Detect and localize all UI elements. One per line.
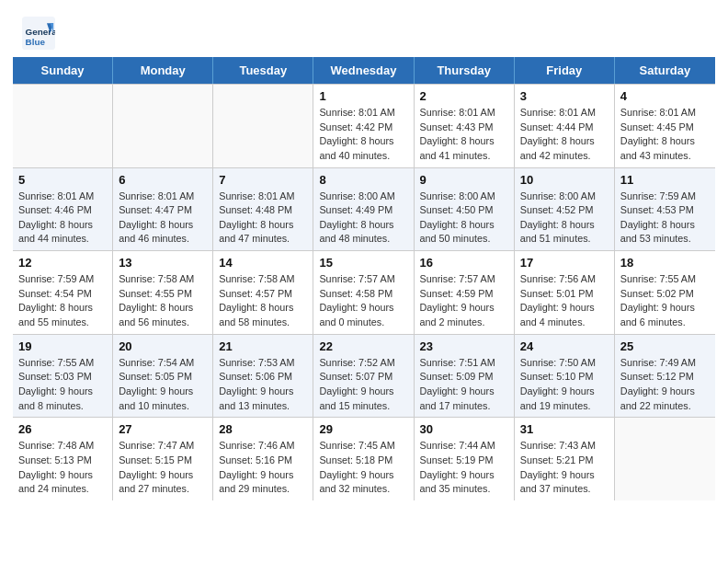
calendar-day-17: 17Sunrise: 7:56 AM Sunset: 5:01 PM Dayli… — [515, 251, 615, 334]
day-detail: Sunrise: 7:57 AM Sunset: 4:59 PM Dayligh… — [420, 272, 508, 330]
day-number: 19 — [18, 339, 107, 353]
calendar-day-29: 29Sunrise: 7:45 AM Sunset: 5:18 PM Dayli… — [313, 418, 414, 500]
calendar-day-empty — [615, 418, 715, 500]
day-detail: Sunrise: 8:00 AM Sunset: 4:49 PM Dayligh… — [319, 190, 407, 247]
day-number: 23 — [420, 339, 508, 353]
calendar-day-12: 12Sunrise: 7:59 AM Sunset: 4:54 PM Dayli… — [13, 251, 113, 334]
calendar-day-19: 19Sunrise: 7:55 AM Sunset: 5:03 PM Dayli… — [13, 335, 113, 418]
day-detail: Sunrise: 7:45 AM Sunset: 5:18 PM Dayligh… — [319, 439, 407, 497]
day-number: 2 — [420, 89, 508, 103]
day-detail: Sunrise: 8:00 AM Sunset: 4:52 PM Dayligh… — [520, 190, 609, 247]
day-number: 30 — [420, 422, 508, 436]
calendar-row-2: 5Sunrise: 8:01 AM Sunset: 4:46 PM Daylig… — [13, 167, 715, 251]
calendar-day-22: 22Sunrise: 7:52 AM Sunset: 5:07 PM Dayli… — [313, 335, 414, 418]
calendar-header: SundayMondayTuesdayWednesdayThursdayFrid… — [13, 57, 715, 84]
calendar-day-27: 27Sunrise: 7:47 AM Sunset: 5:15 PM Dayli… — [113, 418, 213, 500]
calendar-day-16: 16Sunrise: 7:57 AM Sunset: 4:59 PM Dayli… — [415, 251, 515, 334]
calendar-day-6: 6Sunrise: 8:01 AM Sunset: 4:47 PM Daylig… — [113, 168, 213, 251]
day-number: 3 — [520, 89, 609, 103]
calendar-day-2: 2Sunrise: 8:01 AM Sunset: 4:43 PM Daylig… — [415, 85, 515, 167]
calendar-day-14: 14Sunrise: 7:58 AM Sunset: 4:57 PM Dayli… — [213, 251, 313, 334]
day-detail: Sunrise: 7:55 AM Sunset: 5:03 PM Dayligh… — [18, 356, 107, 414]
calendar-day-15: 15Sunrise: 7:57 AM Sunset: 4:58 PM Dayli… — [313, 251, 414, 334]
day-number: 11 — [620, 173, 710, 187]
day-detail: Sunrise: 8:01 AM Sunset: 4:46 PM Dayligh… — [18, 190, 107, 247]
calendar-day-7: 7Sunrise: 8:01 AM Sunset: 4:48 PM Daylig… — [213, 168, 313, 251]
calendar-day-1: 1Sunrise: 8:01 AM Sunset: 4:42 PM Daylig… — [313, 85, 414, 167]
calendar-day-26: 26Sunrise: 7:48 AM Sunset: 5:13 PM Dayli… — [13, 418, 113, 500]
day-detail: Sunrise: 8:00 AM Sunset: 4:50 PM Dayligh… — [420, 190, 508, 247]
day-detail: Sunrise: 7:52 AM Sunset: 5:07 PM Dayligh… — [319, 356, 407, 414]
calendar-day-11: 11Sunrise: 7:59 AM Sunset: 4:53 PM Dayli… — [615, 168, 715, 251]
calendar-day-13: 13Sunrise: 7:58 AM Sunset: 4:55 PM Dayli… — [113, 251, 213, 334]
day-detail: Sunrise: 8:01 AM Sunset: 4:43 PM Dayligh… — [420, 106, 508, 164]
day-number: 1 — [319, 89, 407, 103]
svg-text:Blue: Blue — [26, 37, 46, 47]
calendar-day-28: 28Sunrise: 7:46 AM Sunset: 5:16 PM Dayli… — [213, 418, 313, 500]
day-number: 27 — [119, 422, 207, 436]
weekday-header-saturday: Saturday — [615, 57, 715, 84]
day-detail: Sunrise: 7:58 AM Sunset: 4:55 PM Dayligh… — [119, 272, 207, 330]
day-detail: Sunrise: 7:56 AM Sunset: 5:01 PM Dayligh… — [520, 272, 609, 330]
day-number: 25 — [620, 339, 710, 353]
day-number: 13 — [119, 256, 207, 270]
weekday-header-thursday: Thursday — [415, 57, 515, 84]
day-detail: Sunrise: 7:55 AM Sunset: 5:02 PM Dayligh… — [620, 272, 710, 330]
weekday-header-friday: Friday — [515, 57, 615, 84]
calendar-day-empty — [13, 85, 113, 167]
calendar-day-20: 20Sunrise: 7:54 AM Sunset: 5:05 PM Dayli… — [113, 335, 213, 418]
day-detail: Sunrise: 8:01 AM Sunset: 4:47 PM Dayligh… — [119, 190, 207, 247]
day-detail: Sunrise: 8:01 AM Sunset: 4:44 PM Dayligh… — [520, 106, 609, 164]
day-number: 6 — [119, 173, 207, 187]
calendar-day-30: 30Sunrise: 7:44 AM Sunset: 5:19 PM Dayli… — [415, 418, 515, 500]
calendar-row-3: 12Sunrise: 7:59 AM Sunset: 4:54 PM Dayli… — [13, 250, 715, 334]
calendar-day-empty — [213, 85, 313, 167]
day-number: 24 — [520, 339, 609, 353]
day-detail: Sunrise: 7:50 AM Sunset: 5:10 PM Dayligh… — [520, 356, 609, 414]
day-number: 14 — [219, 256, 307, 270]
logo: General Blue — [22, 17, 61, 50]
calendar-day-8: 8Sunrise: 8:00 AM Sunset: 4:49 PM Daylig… — [313, 168, 414, 251]
day-number: 16 — [420, 256, 508, 270]
weekday-header-wednesday: Wednesday — [313, 57, 414, 84]
day-number: 12 — [18, 256, 107, 270]
day-detail: Sunrise: 7:49 AM Sunset: 5:12 PM Dayligh… — [620, 356, 710, 414]
day-detail: Sunrise: 8:01 AM Sunset: 4:42 PM Dayligh… — [319, 106, 407, 164]
calendar-day-24: 24Sunrise: 7:50 AM Sunset: 5:10 PM Dayli… — [515, 335, 615, 418]
calendar-day-5: 5Sunrise: 8:01 AM Sunset: 4:46 PM Daylig… — [13, 168, 113, 251]
day-number: 10 — [520, 173, 609, 187]
day-number: 22 — [319, 339, 407, 353]
day-detail: Sunrise: 7:47 AM Sunset: 5:15 PM Dayligh… — [119, 439, 207, 497]
calendar-day-18: 18Sunrise: 7:55 AM Sunset: 5:02 PM Dayli… — [615, 251, 715, 334]
day-number: 29 — [319, 422, 407, 436]
day-number: 8 — [319, 173, 407, 187]
day-detail: Sunrise: 7:53 AM Sunset: 5:06 PM Dayligh… — [219, 356, 307, 414]
day-number: 5 — [18, 173, 107, 187]
calendar-day-4: 4Sunrise: 8:01 AM Sunset: 4:45 PM Daylig… — [615, 85, 715, 167]
calendar-day-25: 25Sunrise: 7:49 AM Sunset: 5:12 PM Dayli… — [615, 335, 715, 418]
day-detail: Sunrise: 7:54 AM Sunset: 5:05 PM Dayligh… — [119, 356, 207, 414]
weekday-header-monday: Monday — [113, 57, 213, 84]
day-number: 26 — [18, 422, 107, 436]
calendar-day-23: 23Sunrise: 7:51 AM Sunset: 5:09 PM Dayli… — [415, 335, 515, 418]
calendar-day-empty — [113, 85, 213, 167]
day-number: 20 — [119, 339, 207, 353]
day-detail: Sunrise: 7:44 AM Sunset: 5:19 PM Dayligh… — [420, 439, 508, 497]
calendar-row-4: 19Sunrise: 7:55 AM Sunset: 5:03 PM Dayli… — [13, 334, 715, 418]
calendar-day-10: 10Sunrise: 8:00 AM Sunset: 4:52 PM Dayli… — [515, 168, 615, 251]
calendar-body: 1Sunrise: 8:01 AM Sunset: 4:42 PM Daylig… — [13, 84, 715, 500]
day-number: 28 — [219, 422, 307, 436]
day-detail: Sunrise: 7:57 AM Sunset: 4:58 PM Dayligh… — [319, 272, 407, 330]
day-detail: Sunrise: 7:59 AM Sunset: 4:54 PM Dayligh… — [18, 272, 107, 330]
day-detail: Sunrise: 7:58 AM Sunset: 4:57 PM Dayligh… — [219, 272, 307, 330]
day-number: 17 — [520, 256, 609, 270]
day-number: 31 — [520, 422, 609, 436]
day-number: 18 — [620, 256, 710, 270]
calendar-day-31: 31Sunrise: 7:43 AM Sunset: 5:21 PM Dayli… — [515, 418, 615, 500]
calendar-row-1: 1Sunrise: 8:01 AM Sunset: 4:42 PM Daylig… — [13, 84, 715, 167]
day-detail: Sunrise: 7:51 AM Sunset: 5:09 PM Dayligh… — [420, 356, 508, 414]
calendar-day-21: 21Sunrise: 7:53 AM Sunset: 5:06 PM Dayli… — [213, 335, 313, 418]
calendar-day-9: 9Sunrise: 8:00 AM Sunset: 4:50 PM Daylig… — [415, 168, 515, 251]
logo-icon: General Blue — [22, 17, 55, 50]
calendar-row-5: 26Sunrise: 7:48 AM Sunset: 5:13 PM Dayli… — [13, 417, 715, 500]
